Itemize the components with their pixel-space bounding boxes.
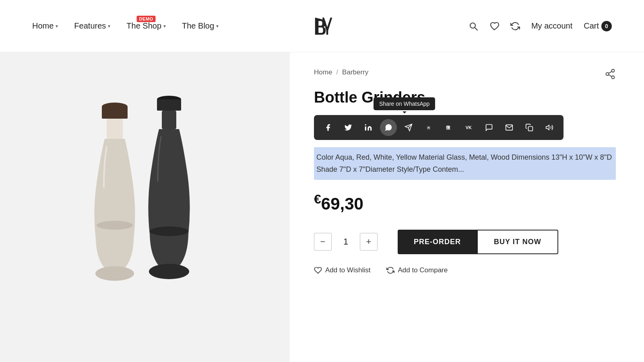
wishlist-icon-button[interactable] (489, 21, 499, 31)
nav-blog-label: The Blog (182, 21, 214, 31)
price-currency: € (314, 192, 321, 206)
product-description: Color Aqua, Red, White, Yellow Material … (314, 147, 616, 180)
svg-point-14 (612, 76, 615, 79)
buy-now-button[interactable]: BUY IT NOW (477, 230, 558, 254)
demo-badge: DEMO (137, 16, 156, 22)
main-content: Home / Barberry Bottle Grinders Share on… (0, 52, 644, 362)
share-reddit-button[interactable]: R (420, 119, 437, 136)
site-logo[interactable] (308, 12, 336, 40)
product-image-area (0, 52, 290, 362)
svg-text:VK: VK (466, 125, 472, 130)
nav-features-chevron: ▾ (108, 23, 110, 29)
share-email-button[interactable] (501, 119, 518, 136)
svg-line-1 (475, 27, 477, 30)
quantity-row: − 1 + PRE-ORDER BUY IT NOW (314, 230, 616, 254)
compare-icon-button[interactable] (510, 21, 520, 31)
nav-features-label: Features (74, 21, 106, 31)
share-twitter-button[interactable] (340, 119, 357, 136)
share-sound-button[interactable] (541, 119, 558, 136)
price-value: 69,30 (321, 194, 363, 213)
share-whatsapp-button[interactable] (380, 119, 397, 136)
add-to-compare-button[interactable]: Add to Compare (386, 266, 448, 274)
svg-rect-3 (102, 107, 128, 119)
nav-home-label: Home (32, 21, 54, 31)
heart-icon (314, 266, 322, 274)
cart-count: 0 (601, 21, 612, 31)
site-header: Home ▾ Features ▾ DEMO The Shop ▾ The Bl… (0, 0, 644, 52)
nav-home[interactable]: Home ▾ (32, 21, 58, 31)
cart-button[interactable]: Cart 0 (584, 21, 612, 31)
svg-point-11 (97, 221, 133, 230)
share-telegram-button[interactable] (400, 119, 417, 136)
nav-left: Home ▾ Features ▾ DEMO The Shop ▾ The Bl… (32, 21, 219, 31)
nav-blog-chevron: ▾ (216, 23, 219, 29)
share-icon-button[interactable] (605, 68, 616, 82)
svg-rect-26 (528, 126, 533, 131)
svg-rect-7 (157, 99, 181, 111)
wishlist-compare-row: Add to Wishlist Add to Compare (314, 266, 616, 274)
pre-order-button[interactable]: PRE-ORDER (398, 230, 477, 254)
quantity-increase-button[interactable]: + (360, 233, 378, 251)
svg-text:R: R (427, 126, 430, 130)
svg-text:微: 微 (446, 125, 451, 130)
share-toolbar: R 微 VK (314, 115, 564, 140)
add-to-compare-label: Add to Compare (398, 266, 448, 274)
svg-rect-17 (365, 126, 366, 130)
nav-shop-chevron: ▾ (163, 23, 166, 29)
svg-rect-4 (107, 119, 123, 139)
nav-the-shop[interactable]: DEMO The Shop ▾ (126, 21, 166, 31)
share-weibo-button[interactable]: 微 (440, 119, 457, 136)
my-account-link[interactable]: My account (531, 21, 572, 31)
svg-point-10 (150, 226, 188, 236)
action-buttons: PRE-ORDER BUY IT NOW (398, 230, 558, 254)
nav-right: My account Cart 0 (469, 21, 612, 31)
breadcrumb-separator: / (336, 68, 338, 76)
svg-point-5 (95, 266, 134, 281)
share-messenger-button[interactable] (481, 119, 497, 136)
svg-line-15 (609, 75, 612, 77)
add-to-wishlist-button[interactable]: Add to Wishlist (314, 266, 370, 274)
svg-marker-27 (546, 125, 549, 130)
svg-rect-8 (162, 111, 176, 129)
quantity-value: 1 (340, 237, 352, 247)
nav-features[interactable]: Features ▾ (74, 21, 110, 31)
svg-line-16 (609, 72, 612, 74)
product-price: €69,30 (314, 192, 616, 214)
nav-shop-label: The Shop (126, 21, 161, 31)
product-details: Home / Barberry Bottle Grinders Share on… (290, 52, 644, 362)
add-to-wishlist-label: Add to Wishlist (325, 266, 370, 274)
share-vk-button[interactable]: VK (460, 119, 477, 136)
breadcrumb: Home / Barberry (314, 68, 616, 76)
cart-label: Cart (584, 21, 599, 31)
share-linkedin-button[interactable] (360, 119, 377, 136)
nav-the-blog[interactable]: The Blog ▾ (182, 21, 219, 31)
svg-point-18 (365, 124, 366, 125)
product-title: Bottle Grinders (314, 88, 616, 107)
quantity-decrease-button[interactable]: − (314, 233, 332, 251)
whatsapp-tooltip: Share on WhatsApp (374, 97, 435, 110)
nav-home-chevron: ▾ (56, 23, 58, 29)
share-copy-button[interactable] (521, 119, 538, 136)
breadcrumb-home[interactable]: Home (314, 68, 332, 76)
share-facebook-button[interactable] (320, 119, 336, 136)
breadcrumb-current: Barberry (342, 68, 368, 76)
product-image (0, 52, 290, 362)
compare-icon (386, 266, 394, 274)
svg-point-9 (149, 264, 189, 279)
search-button[interactable] (469, 21, 478, 31)
share-toolbar-wrapper: Share on WhatsApp (314, 115, 616, 140)
svg-point-12 (612, 69, 615, 72)
svg-point-13 (606, 73, 609, 76)
